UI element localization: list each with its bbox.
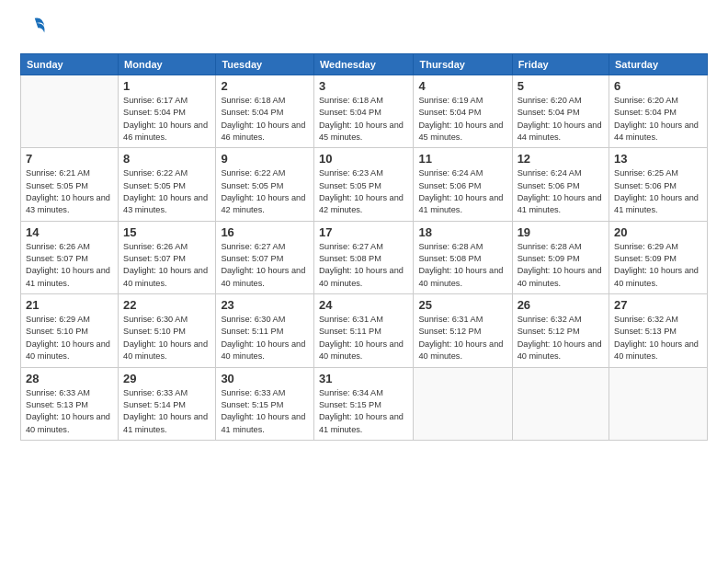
day-info: Sunrise: 6:33 AM Sunset: 5:13 PM Dayligh…: [26, 387, 113, 436]
day-number: 12: [518, 152, 604, 166]
calendar: SundayMondayTuesdayWednesdayThursdayFrid…: [20, 53, 708, 441]
day-cell: 31Sunrise: 6:34 AM Sunset: 5:15 PM Dayli…: [313, 367, 414, 440]
header-day-wednesday: Wednesday: [313, 54, 414, 75]
day-cell: 14Sunrise: 6:26 AM Sunset: 5:07 PM Dayli…: [21, 221, 119, 293]
day-cell: 29Sunrise: 6:33 AM Sunset: 5:14 PM Dayli…: [119, 367, 216, 440]
day-cell: 18Sunrise: 6:28 AM Sunset: 5:08 PM Dayli…: [414, 221, 512, 293]
day-number: 25: [418, 298, 506, 312]
day-cell: 12Sunrise: 6:24 AM Sunset: 5:06 PM Dayli…: [512, 148, 609, 221]
day-cell: 30Sunrise: 6:33 AM Sunset: 5:15 PM Dayli…: [216, 367, 314, 440]
header-day-friday: Friday: [512, 54, 609, 75]
day-cell: 3Sunrise: 6:18 AM Sunset: 5:04 PM Daylig…: [313, 75, 414, 148]
day-cell: 13Sunrise: 6:25 AM Sunset: 5:06 PM Dayli…: [609, 148, 708, 221]
day-number: 18: [418, 225, 506, 239]
day-cell: 28Sunrise: 6:33 AM Sunset: 5:13 PM Dayli…: [21, 367, 119, 440]
day-info: Sunrise: 6:29 AM Sunset: 5:09 PM Dayligh…: [614, 241, 702, 290]
day-number: 5: [518, 79, 604, 93]
day-info: Sunrise: 6:34 AM Sunset: 5:15 PM Dayligh…: [319, 387, 409, 436]
day-number: 16: [221, 225, 309, 239]
day-number: 27: [614, 298, 702, 312]
day-info: Sunrise: 6:30 AM Sunset: 5:11 PM Dayligh…: [221, 314, 309, 362]
day-cell: 2Sunrise: 6:18 AM Sunset: 5:04 PM Daylig…: [216, 75, 314, 148]
day-cell: [414, 367, 512, 440]
day-cell: 22Sunrise: 6:30 AM Sunset: 5:10 PM Dayli…: [119, 294, 216, 367]
day-number: 4: [418, 79, 506, 93]
day-info: Sunrise: 6:20 AM Sunset: 5:04 PM Dayligh…: [518, 95, 604, 144]
day-info: Sunrise: 6:32 AM Sunset: 5:13 PM Dayligh…: [614, 314, 702, 362]
day-number: 21: [26, 298, 113, 312]
day-number: 17: [319, 225, 409, 239]
day-cell: 24Sunrise: 6:31 AM Sunset: 5:11 PM Dayli…: [313, 294, 414, 367]
day-number: 31: [319, 372, 409, 385]
logo: [20, 17, 50, 42]
day-info: Sunrise: 6:32 AM Sunset: 5:12 PM Dayligh…: [518, 314, 604, 362]
day-cell: 20Sunrise: 6:29 AM Sunset: 5:09 PM Dayli…: [609, 221, 708, 293]
day-cell: [609, 367, 708, 440]
day-info: Sunrise: 6:22 AM Sunset: 5:05 PM Dayligh…: [123, 167, 210, 216]
header-day-tuesday: Tuesday: [216, 54, 314, 75]
day-info: Sunrise: 6:33 AM Sunset: 5:15 PM Dayligh…: [221, 387, 309, 436]
day-cell: 1Sunrise: 6:17 AM Sunset: 5:04 PM Daylig…: [119, 75, 216, 148]
calendar-body: 1Sunrise: 6:17 AM Sunset: 5:04 PM Daylig…: [21, 75, 708, 441]
day-info: Sunrise: 6:24 AM Sunset: 5:06 PM Dayligh…: [518, 167, 604, 216]
day-cell: 10Sunrise: 6:23 AM Sunset: 5:05 PM Dayli…: [313, 148, 414, 221]
day-info: Sunrise: 6:18 AM Sunset: 5:04 PM Dayligh…: [221, 95, 309, 144]
day-info: Sunrise: 6:27 AM Sunset: 5:08 PM Dayligh…: [319, 241, 409, 290]
header-day-thursday: Thursday: [414, 54, 512, 75]
day-number: 28: [26, 372, 113, 385]
day-cell: 21Sunrise: 6:29 AM Sunset: 5:10 PM Dayli…: [21, 294, 119, 367]
day-number: 7: [26, 152, 113, 166]
week-row-1: 1Sunrise: 6:17 AM Sunset: 5:04 PM Daylig…: [21, 75, 708, 148]
day-cell: 25Sunrise: 6:31 AM Sunset: 5:12 PM Dayli…: [414, 294, 512, 367]
day-info: Sunrise: 6:29 AM Sunset: 5:10 PM Dayligh…: [26, 314, 113, 362]
day-cell: 23Sunrise: 6:30 AM Sunset: 5:11 PM Dayli…: [216, 294, 314, 367]
day-number: 14: [26, 225, 113, 239]
header-row: SundayMondayTuesdayWednesdayThursdayFrid…: [21, 54, 708, 75]
day-number: 30: [221, 372, 309, 385]
day-info: Sunrise: 6:19 AM Sunset: 5:04 PM Dayligh…: [418, 95, 506, 144]
header-day-sunday: Sunday: [21, 54, 119, 75]
day-info: Sunrise: 6:31 AM Sunset: 5:12 PM Dayligh…: [418, 314, 506, 362]
calendar-header: SundayMondayTuesdayWednesdayThursdayFrid…: [21, 54, 708, 75]
day-info: Sunrise: 6:22 AM Sunset: 5:05 PM Dayligh…: [221, 167, 309, 216]
day-cell: 19Sunrise: 6:28 AM Sunset: 5:09 PM Dayli…: [512, 221, 609, 293]
day-number: 11: [418, 152, 506, 166]
day-info: Sunrise: 6:25 AM Sunset: 5:06 PM Dayligh…: [614, 167, 702, 216]
day-cell: 27Sunrise: 6:32 AM Sunset: 5:13 PM Dayli…: [609, 294, 708, 367]
day-info: Sunrise: 6:33 AM Sunset: 5:14 PM Dayligh…: [123, 387, 210, 436]
day-cell: [21, 75, 119, 148]
day-number: 3: [319, 79, 409, 93]
day-info: Sunrise: 6:20 AM Sunset: 5:04 PM Dayligh…: [614, 95, 702, 144]
day-number: 24: [319, 298, 409, 312]
day-number: 13: [614, 152, 702, 166]
day-info: Sunrise: 6:28 AM Sunset: 5:08 PM Dayligh…: [418, 241, 506, 290]
day-number: 26: [518, 298, 604, 312]
day-cell: 15Sunrise: 6:26 AM Sunset: 5:07 PM Dayli…: [119, 221, 216, 293]
day-cell: 5Sunrise: 6:20 AM Sunset: 5:04 PM Daylig…: [512, 75, 609, 148]
header-day-saturday: Saturday: [609, 54, 708, 75]
day-info: Sunrise: 6:30 AM Sunset: 5:10 PM Dayligh…: [123, 314, 210, 362]
day-cell: 11Sunrise: 6:24 AM Sunset: 5:06 PM Dayli…: [414, 148, 512, 221]
day-info: Sunrise: 6:27 AM Sunset: 5:07 PM Dayligh…: [221, 241, 309, 290]
week-row-2: 7Sunrise: 6:21 AM Sunset: 5:05 PM Daylig…: [21, 148, 708, 221]
day-info: Sunrise: 6:18 AM Sunset: 5:04 PM Dayligh…: [319, 95, 409, 144]
day-cell: 6Sunrise: 6:20 AM Sunset: 5:04 PM Daylig…: [609, 75, 708, 148]
day-number: 9: [221, 152, 309, 166]
day-number: 1: [123, 79, 210, 93]
day-number: 23: [221, 298, 309, 312]
day-number: 20: [614, 225, 702, 239]
logo-icon: [20, 17, 46, 42]
week-row-3: 14Sunrise: 6:26 AM Sunset: 5:07 PM Dayli…: [21, 221, 708, 293]
day-number: 6: [614, 79, 702, 93]
header: [20, 17, 708, 42]
day-number: 10: [319, 152, 409, 166]
day-number: 19: [518, 225, 604, 239]
day-cell: [512, 367, 609, 440]
day-cell: 9Sunrise: 6:22 AM Sunset: 5:05 PM Daylig…: [216, 148, 314, 221]
day-number: 15: [123, 225, 210, 239]
day-info: Sunrise: 6:23 AM Sunset: 5:05 PM Dayligh…: [319, 167, 409, 216]
day-number: 29: [123, 372, 210, 385]
day-number: 8: [123, 152, 210, 166]
week-row-5: 28Sunrise: 6:33 AM Sunset: 5:13 PM Dayli…: [21, 367, 708, 440]
day-number: 22: [123, 298, 210, 312]
